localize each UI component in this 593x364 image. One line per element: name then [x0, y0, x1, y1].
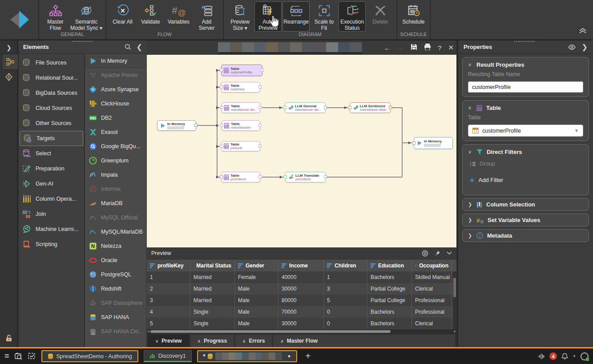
save-icon[interactable] [411, 44, 417, 52]
app-logo[interactable] [0, 0, 39, 39]
master-flow-button[interactable]: Master Flow [42, 1, 69, 32]
input-port[interactable] [220, 145, 223, 148]
connector-greenplum[interactable]: Greenplum [85, 154, 146, 168]
output-port[interactable] [324, 175, 327, 178]
filter-group-button[interactable]: { Group [470, 161, 583, 167]
tab-progress[interactable]: ∧Progress [190, 335, 234, 347]
column-header[interactable]: Marital Status [190, 259, 235, 271]
rail-tab-semantic[interactable] [0, 73, 18, 81]
category-machine-learning[interactable]: Machine Learni... [19, 222, 84, 237]
table-row[interactable]: 3MarriedMale800005Partial CollegeProfess… [147, 295, 456, 306]
properties-collapse-icon[interactable]: ❯ [582, 43, 588, 51]
input-port[interactable] [220, 175, 223, 178]
connector-sap-hana[interactable]: SAP HANA [85, 310, 146, 324]
category-cloud-sources[interactable]: Cloud Sources [19, 101, 84, 116]
connector-sap-hana-cloud[interactable]: SAP HANA Clo... [85, 324, 146, 339]
taskbar-tab-spreadsheetdemo[interactable]: SpreadSheetDemo - Authoring [41, 350, 138, 362]
connector-redshift[interactable]: Redshift [85, 282, 146, 296]
node-in-memory-target[interactable]: In Memory [414, 137, 453, 149]
node-llm-sentiment[interactable]: LLM Sentimentmanufacturer detai... [350, 102, 391, 113]
tab-master-flow[interactable]: ∧Master Flow [273, 335, 455, 347]
preview-collapse-icon[interactable] [447, 251, 452, 255]
output-port[interactable] [258, 124, 262, 127]
category-scripting[interactable]: Scripting [19, 237, 84, 252]
column-header[interactable]: Income [278, 259, 324, 271]
output-port[interactable] [258, 106, 262, 109]
preview-watch-icon[interactable] [422, 250, 428, 257]
node-table-manufacturer-details[interactable]: Tablemanufacturer det... [222, 102, 260, 113]
clear-all-button[interactable]: Clear All [109, 1, 136, 32]
connector-apache-presto[interactable]: Apache Presto [85, 68, 146, 82]
horizontal-scrollbar[interactable]: ◂▸ [147, 329, 456, 334]
connector-google-bigquery[interactable]: Google BigQu... [85, 139, 146, 154]
category-targets[interactable]: Targets [20, 131, 83, 146]
category-join[interactable]: Join [19, 206, 84, 222]
input-port[interactable] [412, 142, 416, 145]
output-port[interactable] [258, 85, 262, 89]
column-header[interactable]: Education [367, 259, 412, 271]
hamburger-menu-icon[interactable]: ≡ [4, 352, 9, 361]
vertical-scrollbar[interactable] [453, 271, 456, 329]
connector-mysql-official[interactable]: MySQL Official [85, 210, 146, 225]
new-tab-button[interactable]: + [305, 351, 311, 361]
help-icon[interactable]: ? [438, 44, 441, 52]
schedule-button[interactable]: Schedule [400, 1, 427, 32]
connector-in-memory[interactable]: In Memory [85, 54, 146, 68]
capture-icon[interactable] [15, 353, 23, 360]
node-table-customerprofile[interactable]: TablecustomerProfile [221, 65, 262, 76]
connector-db2[interactable]: DB2DB2 [85, 111, 146, 125]
chevron-down-icon[interactable]: ▼ [287, 354, 291, 359]
collapse-ribbon-button[interactable] [579, 28, 587, 36]
elements-collapse-icon[interactable]: ❮ [137, 43, 142, 51]
input-port[interactable] [283, 106, 286, 109]
tab-preview[interactable]: ∨Preview [148, 335, 189, 347]
notification-badge[interactable]: 4 [549, 352, 557, 360]
preview-size-button[interactable]: Preview Size ▾ [226, 1, 254, 32]
category-select[interactable]: Select [19, 146, 84, 161]
rail-tab-flow[interactable] [2, 54, 18, 70]
input-port[interactable] [220, 124, 223, 127]
properties-eye-icon[interactable] [568, 44, 576, 50]
node-in-memory-source[interactable]: In Memory [157, 120, 196, 131]
connector-postgresql[interactable]: PostgreSQL [85, 267, 146, 282]
node-table-products[interactable]: Tableproducts [221, 141, 260, 151]
resulting-table-name-input[interactable] [468, 81, 583, 93]
window-layout-icon[interactable] [28, 353, 36, 360]
output-port[interactable] [194, 124, 198, 127]
notification-bell-icon[interactable] [561, 353, 568, 360]
column-header[interactable]: Children [324, 259, 367, 271]
output-port[interactable] [258, 175, 262, 178]
table-row[interactable]: 4SingleMale700000BachelorsProfessional [147, 306, 456, 318]
node-table-manufacturers[interactable]: Tablemanufacturers [222, 120, 260, 131]
direct-filters-header[interactable]: ∨ Direct Filters [468, 149, 583, 155]
result-properties-header[interactable]: ∨ Result Properties [468, 61, 583, 68]
node-llm-general[interactable]: LLM Generalmanufacturer det... [285, 102, 326, 113]
add-filter-button[interactable]: + Add Filter [470, 177, 583, 183]
close-canvas-icon[interactable]: ✕ [448, 44, 454, 52]
node-table-promotions[interactable]: Tablepromotions [221, 172, 260, 182]
output-port[interactable] [258, 145, 262, 148]
input-port[interactable] [220, 69, 223, 72]
chevron-down-icon[interactable]: ▼ [573, 354, 576, 358]
taskbar-tab-unsaved[interactable]: * ▼ [197, 350, 298, 362]
connector-clickhouse[interactable]: ClickHouse [85, 97, 146, 111]
execution-status-button[interactable]: Execution Status [339, 1, 366, 32]
column-header[interactable]: profileKey [147, 259, 190, 271]
category-file-sources[interactable]: File Sources [19, 55, 84, 70]
category-bigdata-sources[interactable]: BigData Sources [19, 85, 84, 101]
rearrange-button[interactable]: Rearrange [282, 1, 310, 32]
delete-button[interactable]: Delete [367, 1, 394, 32]
table-row[interactable]: 5SingleMale300000BachelorsClerical [147, 318, 456, 329]
connector-sap-datasphere[interactable]: SAP Datasphere [85, 296, 146, 310]
preview-pin-icon[interactable] [435, 250, 440, 256]
category-column-operations[interactable]: Column Opera... [19, 191, 84, 206]
node-table-customers[interactable]: Tablecustomers [221, 82, 260, 93]
output-port[interactable] [389, 106, 392, 109]
connector-netezza[interactable]: NNetezza [85, 239, 146, 253]
category-gen-ai[interactable]: Gen-AI [19, 176, 84, 191]
add-server-button[interactable]: Add Server [193, 1, 220, 32]
validate-button[interactable]: Validate [137, 1, 164, 32]
connector-mariadb[interactable]: MariaDB [85, 196, 146, 210]
scale-to-fit-button[interactable]: Scale to Fit [311, 1, 338, 32]
input-port[interactable] [348, 106, 351, 109]
